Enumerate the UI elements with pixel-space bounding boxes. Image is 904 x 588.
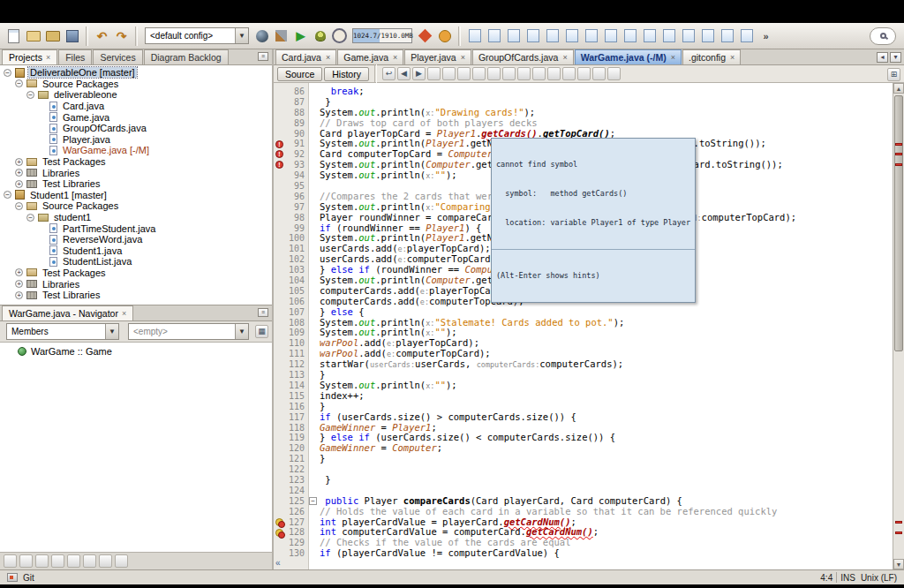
collapse-handle-icon[interactable]: −	[15, 202, 23, 210]
sort-by-source-icon[interactable]	[83, 554, 96, 568]
hint-bulb-icon[interactable]	[275, 518, 283, 526]
tree-item[interactable]: Student1.java	[0, 245, 272, 257]
stop-macro-icon[interactable]	[577, 67, 591, 80]
collapse-handle-icon[interactable]: −	[4, 69, 11, 77]
tree-item[interactable]: +Test Libraries	[0, 178, 272, 190]
forward-icon[interactable]: ▶	[412, 67, 426, 80]
comment-icon[interactable]	[592, 67, 606, 80]
code-line[interactable]	[320, 464, 904, 475]
expand-handle-icon[interactable]: +	[15, 169, 23, 177]
close-tab-icon[interactable]: ×	[461, 53, 465, 62]
show-static-members-icon[interactable]	[35, 554, 49, 568]
window-shortcut-icon[interactable]	[543, 26, 561, 45]
filter-settings-icon[interactable]	[115, 554, 128, 568]
window-shortcut-icon[interactable]	[582, 26, 600, 45]
build-project-icon[interactable]	[252, 26, 271, 45]
sort-alphabetically-icon[interactable]	[67, 554, 80, 568]
close-icon[interactable]: ×	[122, 309, 126, 318]
project-tree[interactable]: −DeliverableOne [master]−Source Packages…	[0, 65, 272, 305]
navigator-filter-select[interactable]: <empty> ▼	[128, 323, 249, 340]
config-select[interactable]: <default config>▼	[145, 27, 249, 44]
collapse-handle-icon[interactable]: −	[26, 214, 34, 222]
tab-navigator[interactable]: WarGame.java - Navigator ×	[2, 305, 133, 320]
close-tab-icon[interactable]: ×	[562, 53, 567, 62]
tree-item[interactable]: ReverseWord.java	[0, 234, 272, 245]
uncomment-icon[interactable]	[607, 67, 621, 80]
expand-handle-icon[interactable]: +	[15, 158, 23, 166]
code-line[interactable]: startWar(userCards:userCards, computerCa…	[320, 359, 904, 370]
editor-gutter[interactable]: 8687888990919293949596979899100101102103…	[274, 83, 309, 569]
shift-line-left-icon[interactable]	[532, 67, 546, 80]
left-tab-files[interactable]: Files	[58, 49, 92, 64]
redo-icon[interactable]: ↷	[112, 26, 131, 45]
debug-project-icon[interactable]	[311, 26, 329, 45]
git-diff-icon[interactable]	[416, 26, 434, 45]
window-shortcut-icon[interactable]	[659, 26, 678, 45]
expand-handle-icon[interactable]: +	[15, 180, 23, 188]
code-line[interactable]: }	[320, 454, 904, 464]
new-file-icon[interactable]	[4, 26, 23, 45]
start-macro-icon[interactable]	[562, 67, 576, 80]
source-view-button[interactable]: Source	[277, 67, 322, 81]
profile-project-icon[interactable]	[330, 26, 349, 45]
tab-scroll-left-icon[interactable]: ◂	[877, 52, 888, 63]
tree-item[interactable]: −DeliverableOne [master]	[0, 67, 272, 79]
run-project-icon[interactable]: ▶	[291, 26, 310, 45]
editor-sidebar-collapse-icon[interactable]: «	[275, 558, 281, 568]
next-bookmark-icon[interactable]	[472, 67, 486, 80]
find-selection-icon[interactable]	[427, 67, 441, 80]
editor-tab-player-java[interactable]: Player.java×	[404, 49, 471, 64]
code-line[interactable]: GameWinner = Computer;	[320, 443, 904, 454]
window-shortcut-icon[interactable]	[698, 26, 717, 45]
highlight-matches-icon[interactable]	[442, 67, 456, 80]
code-line[interactable]: break;	[320, 87, 904, 97]
tree-item[interactable]: Player.java	[0, 134, 272, 146]
undo-icon[interactable]: ↶	[93, 26, 111, 45]
window-shortcut-icon[interactable]	[465, 26, 484, 45]
tree-item[interactable]: +Test Packages	[0, 268, 272, 279]
tree-item[interactable]: +Libraries	[0, 278, 272, 290]
split-window-icon[interactable]: ⊞	[887, 68, 900, 81]
editor-tab-groupofcards-java[interactable]: GroupOfCards.java×	[472, 49, 574, 64]
hint-bulb-icon[interactable]	[275, 529, 283, 537]
close-tab-icon[interactable]: ×	[671, 53, 675, 62]
tree-item[interactable]: Card.java	[0, 101, 272, 112]
window-shortcut-icon[interactable]	[718, 26, 736, 45]
expand-handle-icon[interactable]: +	[15, 291, 23, 299]
open-project-icon[interactable]	[43, 26, 62, 45]
code-line[interactable]: }	[320, 475, 904, 486]
clean-build-icon[interactable]	[272, 26, 290, 45]
code-editor[interactable]: 8687888990919293949596979899100101102103…	[274, 83, 904, 569]
collapse-handle-icon[interactable]: −	[15, 79, 23, 87]
error-badge-icon[interactable]: !	[275, 140, 283, 148]
left-tab-projects[interactable]: Projects×	[2, 49, 57, 64]
expand-handle-icon[interactable]: +	[15, 280, 23, 288]
scroll-up-icon[interactable]: ▲	[893, 83, 904, 94]
navigator-list[interactable]: WarGame :: Game	[0, 343, 272, 552]
tree-item[interactable]: −Source Packages	[0, 79, 272, 90]
tab-list-icon[interactable]: ▾	[890, 52, 901, 63]
vertical-scrollbar[interactable]: ▲ ▼	[893, 83, 904, 569]
tree-item[interactable]: GroupOfCards.java	[0, 123, 272, 134]
tree-item[interactable]: PartTimeStudent.java	[0, 222, 272, 234]
tree-item[interactable]: −deliverableone	[0, 89, 272, 101]
previous-error-icon[interactable]	[502, 67, 516, 80]
tree-item[interactable]: Game.java	[0, 111, 272, 123]
toolbar-overflow-icon[interactable]: »	[757, 26, 775, 45]
window-shortcut-icon[interactable]	[562, 26, 581, 45]
fold-toggle-icon[interactable]: −	[309, 497, 317, 505]
window-shortcut-icon[interactable]	[621, 26, 639, 45]
show-non-public-icon[interactable]	[51, 554, 64, 568]
window-menu-icon[interactable]: ≡	[258, 308, 268, 317]
left-tab-diagram-backlog[interactable]: Diagram Backlog	[144, 49, 229, 64]
close-tab-icon[interactable]: ×	[326, 53, 330, 62]
navigator-item[interactable]: WarGame :: Game	[0, 345, 272, 358]
tree-item[interactable]: −Source Packages	[0, 200, 272, 212]
tree-item[interactable]: +Libraries	[0, 167, 272, 178]
tree-item[interactable]: −student1	[0, 212, 272, 223]
code-line[interactable]: System.out.println(x:"");	[320, 381, 904, 391]
left-tab-services[interactable]: Services	[93, 49, 142, 64]
toggle-bookmark-icon[interactable]	[487, 67, 501, 80]
editor-tab-wargame-java-m[interactable]: WarGame.java (-/M)×	[575, 49, 682, 64]
previous-bookmark-icon[interactable]	[457, 67, 471, 80]
